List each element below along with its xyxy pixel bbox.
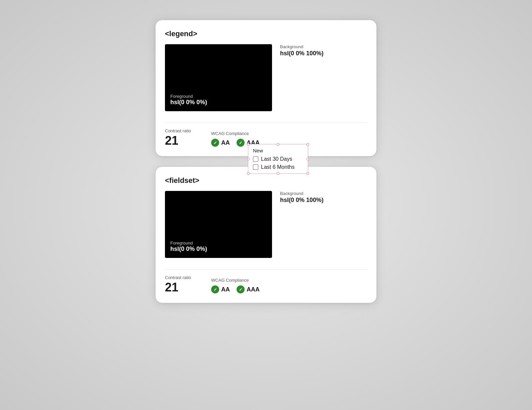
fieldset-bg-label: Background: [280, 191, 324, 196]
fieldset-fg-label: Foreground: [170, 241, 207, 246]
handle-bl: [247, 172, 250, 175]
handle-ml: [247, 158, 250, 160]
legend-wcag-label: WCAG Compliance: [211, 131, 260, 136]
fieldset-aa-check-icon: [211, 285, 219, 293]
fieldset-wcag-block: WCAG Compliance AA AAA: [211, 278, 260, 293]
fieldset-bg-value: hsl(0 0% 100%): [280, 197, 324, 204]
legend-fg-value: hsl(0 0% 0%): [170, 99, 207, 106]
legend-bg-label: Background: [280, 44, 324, 49]
legend-cr-label: Contrast ratio: [165, 128, 191, 133]
fieldset-wcag-badges: AA AAA: [211, 285, 260, 293]
fieldset-badge-aa: AA: [211, 285, 230, 293]
fieldset-background-info: Background hsl(0 0% 100%): [280, 191, 324, 204]
fieldset-card-title: <fieldset>: [165, 176, 367, 185]
popup-inner: New Last 30 Days Last 6 Months: [248, 144, 308, 174]
legend-card-title: <legend>: [165, 29, 367, 38]
legend-foreground-info: Foreground hsl(0 0% 0%): [170, 94, 207, 106]
legend-divider: [165, 123, 367, 123]
handle-tr: [306, 143, 309, 146]
legend-preview-box: Foreground hsl(0 0% 0%): [165, 44, 272, 111]
popup-item-label-2: Last 6 Months: [261, 164, 295, 170]
popup-legend-text: New: [253, 148, 303, 153]
fieldset-fg-value: hsl(0 0% 0%): [170, 246, 207, 252]
legend-aa-label: AA: [221, 139, 230, 146]
popup-item-label-1: Last 30 Days: [261, 156, 292, 162]
fieldset-badge-aaa: AAA: [237, 285, 260, 293]
fieldset-cr-label: Contrast ratio: [165, 275, 191, 280]
legend-aaa-check-icon: [237, 139, 245, 147]
fieldset-aaa-label: AAA: [247, 286, 260, 293]
handle-bc: [277, 172, 279, 175]
fieldset-preview-box: Foreground hsl(0 0% 0%): [165, 191, 272, 258]
legend-bg-value: hsl(0 0% 100%): [280, 50, 324, 57]
popup-item-1[interactable]: Last 30 Days: [253, 156, 303, 162]
legend-badge-aa: AA: [211, 139, 230, 147]
legend-card: <legend> Foreground hsl(0 0% 0%) Backgro…: [156, 20, 376, 156]
handle-tl: [247, 143, 250, 146]
fieldset-foreground-info: Foreground hsl(0 0% 0%): [170, 241, 207, 253]
fieldset-divider: [165, 269, 367, 270]
handle-tc: [277, 143, 279, 146]
popup-checkbox-2[interactable]: [253, 164, 258, 170]
handle-mr: [306, 158, 309, 160]
floating-popup: New Last 30 Days Last 6 Months: [248, 144, 308, 174]
fieldset-contrast-section: Contrast ratio 21 WCAG Compliance AA AAA: [165, 275, 367, 293]
fieldset-aaa-check-icon: [237, 285, 245, 293]
popup-item-2[interactable]: Last 6 Months: [253, 164, 303, 170]
popup-checkbox-1[interactable]: [253, 156, 258, 162]
legend-cr-value: 21: [165, 134, 178, 147]
fieldset-contrast-ratio: Contrast ratio 21: [165, 275, 191, 293]
cards-container: <legend> Foreground hsl(0 0% 0%) Backgro…: [156, 20, 376, 303]
legend-background-info: Background hsl(0 0% 100%): [280, 44, 324, 57]
fieldset-card: <fieldset> Foreground hsl(0 0% 0%) Backg…: [156, 167, 376, 303]
legend-aa-check-icon: [211, 139, 219, 147]
fieldset-wcag-label: WCAG Compliance: [211, 278, 260, 283]
fieldset-aa-label: AA: [221, 286, 230, 293]
legend-fg-label: Foreground: [170, 94, 207, 99]
legend-contrast-ratio: Contrast ratio 21: [165, 128, 191, 147]
handle-br: [306, 172, 309, 175]
fieldset-cr-value: 21: [165, 280, 178, 294]
